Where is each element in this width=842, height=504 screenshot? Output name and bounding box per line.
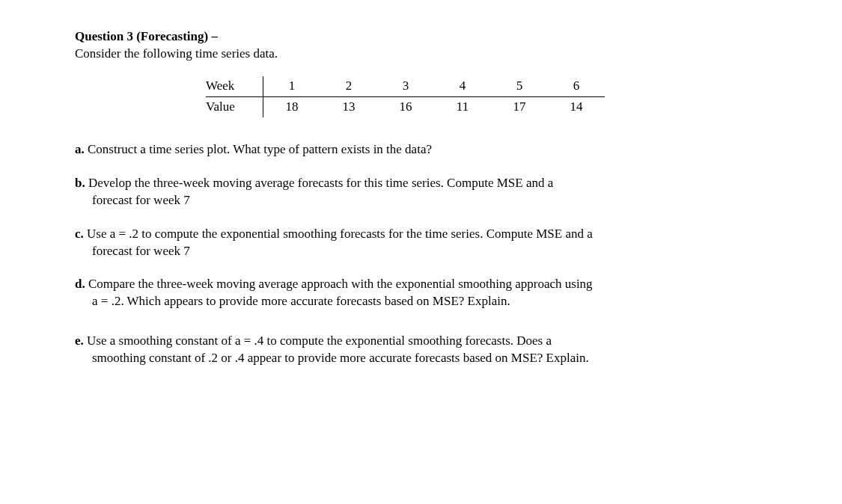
part-d: d. Compare the three-week moving average… <box>75 276 767 310</box>
part-label: c. <box>75 227 84 241</box>
part-e: e. Use a smoothing constant of a = .4 to… <box>75 333 767 367</box>
question-intro: Consider the following time series data. <box>75 46 767 63</box>
table-cell: 16 <box>377 96 434 117</box>
part-text-cont: smoothing constant of .2 or .4 appear to… <box>75 350 767 367</box>
part-text: Construct a time series plot. What type … <box>85 142 432 156</box>
part-b: b. Develop the three-week moving average… <box>75 175 767 209</box>
table-cell: 4 <box>434 76 491 96</box>
table-cell: 6 <box>548 76 605 96</box>
table-cell: 2 <box>320 76 377 96</box>
table-cell: 14 <box>548 96 605 117</box>
part-label: a. <box>75 142 85 156</box>
question-title: Question 3 (Forecasting) – <box>75 29 218 43</box>
table-cell: 1 <box>263 76 321 96</box>
table-cell: 18 <box>263 96 321 117</box>
table-cell: 17 <box>491 96 548 117</box>
part-text-cont: forecast for week 7 <box>75 192 767 209</box>
data-table-wrap: Week 1 2 3 4 5 6 Value 18 13 16 11 17 14 <box>206 76 767 117</box>
part-text-cont: a = .2. Which appears to provide more ac… <box>75 293 767 310</box>
part-text: Develop the three-week moving average fo… <box>85 176 554 190</box>
table-row: Value 18 13 16 11 17 14 <box>206 96 605 117</box>
part-c: c. Use a = .2 to compute the exponential… <box>75 226 767 260</box>
row-label: Week <box>206 76 263 96</box>
part-text: Use a = .2 to compute the exponential sm… <box>84 227 593 241</box>
part-label: d. <box>75 277 85 291</box>
part-text: Use a smoothing constant of a = .4 to co… <box>84 334 552 348</box>
time-series-table: Week 1 2 3 4 5 6 Value 18 13 16 11 17 14 <box>206 76 605 117</box>
row-label: Value <box>206 96 263 117</box>
question-header: Question 3 (Forecasting) – Consider the … <box>75 28 767 63</box>
table-cell: 5 <box>491 76 548 96</box>
part-text-cont: forecast for week 7 <box>75 243 767 260</box>
part-text: Compare the three-week moving average ap… <box>85 277 593 291</box>
part-label: b. <box>75 176 85 190</box>
table-row: Week 1 2 3 4 5 6 <box>206 76 605 96</box>
table-cell: 13 <box>320 96 377 117</box>
table-cell: 11 <box>434 96 491 117</box>
part-a: a. Construct a time series plot. What ty… <box>75 141 767 159</box>
table-cell: 3 <box>377 76 434 96</box>
part-label: e. <box>75 334 84 348</box>
